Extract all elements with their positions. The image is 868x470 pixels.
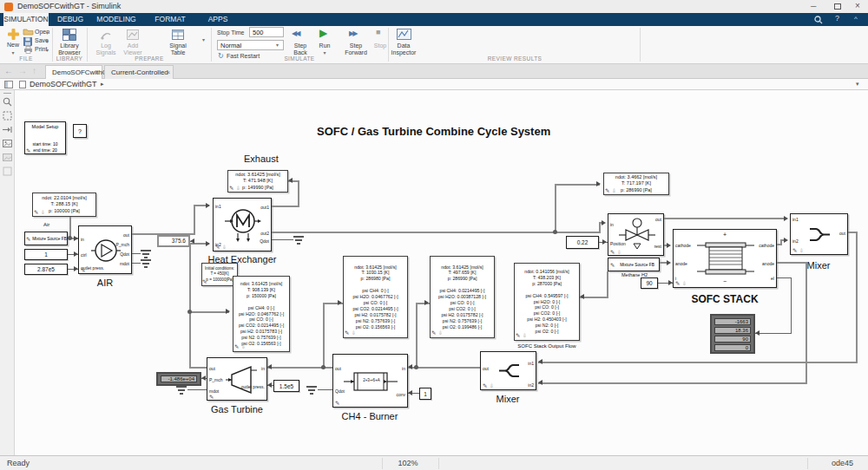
flow-data-block-burner-in[interactable]: ndot: 3.61425 [mol/s] T: 497.659 [K] p: … [430, 256, 495, 338]
pencil-icon: ✎ [605, 187, 609, 193]
wire [607, 271, 608, 297]
add-viewer-button[interactable]: Add [128, 42, 138, 49]
port-label: out [483, 366, 489, 371]
fit-to-view-icon[interactable] [3, 111, 12, 121]
arrowhead [338, 300, 342, 305]
fast-restart-toggle[interactable]: Fast Restart [227, 53, 260, 59]
new-button[interactable]: New [7, 42, 19, 48]
doc-tab-demosofcwithgt[interactable]: DemoSOFCwithGT × [45, 65, 102, 79]
navigate-back-icon[interactable]: ← [4, 66, 13, 75]
flow-reference-icon [306, 386, 317, 395]
print-dropdown-icon[interactable]: ▾ [46, 47, 49, 53]
log-signals-button[interactable]: Log [101, 42, 111, 49]
air-block-label: AIR [97, 277, 113, 288]
collapse-ribbon-icon[interactable]: ^ [854, 15, 858, 23]
search-icon[interactable] [814, 16, 823, 24]
data-inspector-button[interactable]: Data [398, 42, 411, 49]
constant-pressure-block[interactable]: 2.87e5 [24, 264, 68, 275]
run-button[interactable]: Run [319, 42, 331, 49]
exhaust-label: Exhaust [244, 153, 279, 164]
sofc-output-flow-label: SOFC Stack Output Flow [517, 343, 575, 349]
gas-turbine-block[interactable]: out P_mch mdot in outlet press. ✎ [207, 357, 267, 401]
flow-data-block-burner-out[interactable]: ndot: 3.61425 [mol/s] T: 1030.15 [K] p: … [343, 256, 408, 338]
signal-table-button-line2[interactable]: Table [171, 49, 186, 55]
sofc-stack-block[interactable]: cathode anode i cathode anode el + − ✎ ⇩ [673, 229, 777, 288]
mixer-right-block[interactable]: in1 in2 out ✎ ⇩ [790, 213, 848, 255]
step-back-button-line2[interactable]: Back [293, 49, 307, 55]
annotation-image-icon[interactable] [3, 139, 12, 148]
flow-data-block-hx-hot-in[interactable]: ndot: 3.61425 [mol/s] T: 908.139 [K] p: … [233, 276, 290, 352]
viewmark-icon[interactable] [3, 166, 12, 176]
status-solver[interactable]: ode45 [832, 459, 853, 467]
stack-display[interactable]: -1663 18.36 90 0 [710, 314, 755, 354]
new-dropdown-icon[interactable]: ▾ [11, 49, 14, 55]
wire [664, 218, 786, 219]
port-label: conv [396, 392, 405, 397]
pmech-display[interactable]: 375.6 [157, 235, 190, 247]
constant-position-block[interactable]: 0.22 [566, 236, 599, 249]
arrowhead [226, 309, 230, 314]
stop-button[interactable]: Stop [374, 42, 386, 49]
ch4-burner-block[interactable]: out Qdot in conv 2+3⇒6+A ✎ [332, 354, 408, 408]
doc-tab-current-controlled-stack[interactable]: Current-Controlled Stack × [104, 65, 174, 79]
model-browser-toggle-icon[interactable] [4, 81, 13, 88]
library-browser-button-line2[interactable]: Browser [58, 49, 81, 55]
pencil-icon: ✎ [26, 236, 30, 242]
open-dropdown-icon[interactable]: ▾ [46, 29, 49, 36]
signal-table-button[interactable]: Signal [169, 42, 186, 49]
bypass-valve-block[interactable]: in Position out rest ✎ ⇩ [608, 213, 664, 256]
tab-modeling[interactable]: MODELING [94, 13, 139, 26]
step-forward-button[interactable]: Step [350, 42, 362, 49]
stop-time-input[interactable]: 500 [249, 27, 284, 37]
simulation-mode-select[interactable]: Normal [217, 40, 284, 50]
tab-debug[interactable]: DEBUG [54, 13, 87, 26]
wire [856, 232, 858, 362]
run-dropdown-icon[interactable]: ▾ [323, 49, 326, 55]
mixture-source-ch4-block[interactable]: ✎ Mixture Source FB [608, 258, 660, 271]
constant-conversion-block[interactable]: 1 [419, 388, 431, 400]
data-inspector-button-line2[interactable]: Inspector [391, 49, 417, 55]
log-signals-button-line2[interactable]: Signals [96, 49, 116, 55]
tab-apps[interactable]: APPS [201, 13, 234, 26]
breadcrumb[interactable]: DemoSOFCwithGT [30, 80, 97, 88]
down-arrow-icon: ⇩ [682, 281, 687, 287]
close-button[interactable]: × [855, 1, 860, 10]
constant-outlet-pressure-block[interactable]: 1.5e5 [273, 380, 299, 392]
mode-dropdown-icon[interactable]: ▾ [276, 42, 279, 48]
air-compressor-block[interactable]: in ctrl outlet press. out P_mch Qdot mdo… [78, 225, 132, 274]
mixer-bottom-label: Mixer [496, 394, 520, 404]
screenshot-icon[interactable] [3, 153, 12, 162]
constant-current-block[interactable]: 90 [641, 277, 658, 289]
prepare-more-dropdown-icon[interactable]: ▾ [202, 36, 205, 42]
property-inspector-dropdown-icon[interactable]: ▾ [856, 81, 859, 88]
mixture-source-label: Mixture Source FB [615, 263, 659, 267]
pan-icon[interactable] [3, 125, 12, 134]
navigate-forward-icon[interactable]: → [18, 66, 27, 75]
turbine-power-display[interactable]: -1.486e+04 [156, 372, 201, 386]
maximize-button[interactable] [834, 3, 841, 10]
step-forward-button-line2[interactable]: Forward [345, 49, 367, 55]
close-tab-icon[interactable]: × [95, 66, 99, 80]
tab-simulation[interactable]: SIMULATION [3, 13, 49, 26]
close-tab-icon[interactable]: × [167, 66, 170, 80]
minimize-button[interactable]: ─ [811, 2, 816, 10]
heat-exchanger-block[interactable]: in1 in2 out1 out2 Qdot ✎ ⇩ [213, 198, 272, 251]
mixture-source-air-block[interactable]: ✎ Mixture Source FB [24, 232, 68, 245]
model-setup-block[interactable]: Model Setup start time: 10 end time: 20 … [24, 121, 66, 154]
library-browser-button[interactable]: Library [60, 42, 78, 49]
help-block[interactable]: ? [73, 124, 87, 138]
navigate-up-icon[interactable]: ↑ [32, 66, 36, 75]
tab-format[interactable]: FORMAT [149, 13, 191, 26]
flow-data-block-sofc-output[interactable]: ndot: 0.141056 [mol/s] T: 438.203 [K] p:… [514, 263, 580, 341]
constant-ctrl-block[interactable]: 1 [24, 249, 68, 260]
help-icon[interactable]: ? [835, 14, 839, 23]
down-arrow-icon: ⇩ [612, 188, 616, 194]
zoom-icon[interactable] [3, 97, 12, 107]
document-tab-bar: ← → ↑ DemoSOFCwithGT × Current-Controlle… [0, 64, 868, 79]
signal-table-icon [172, 29, 184, 40]
port-label: out [839, 231, 845, 236]
mixer-bottom-block[interactable]: out in1 in2 ✎ ⇩ [480, 351, 536, 390]
step-back-button[interactable]: Step [294, 42, 306, 49]
add-viewer-button-line2[interactable]: Viewer [123, 49, 141, 55]
save-dropdown-icon[interactable]: ▾ [46, 38, 49, 44]
